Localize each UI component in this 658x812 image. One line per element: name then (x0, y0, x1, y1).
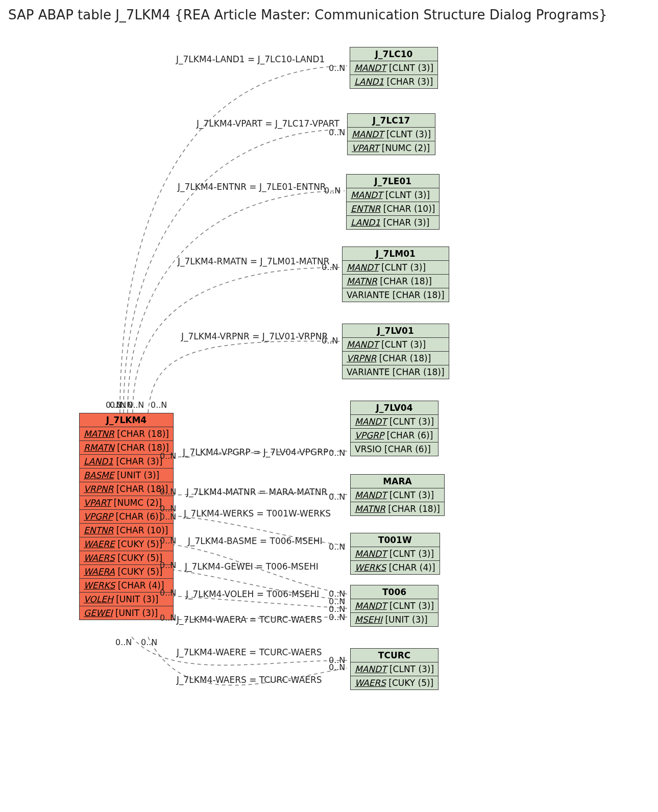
relation-label: J_7LKM4-BASME = T006-MSEHI (188, 536, 322, 546)
relation-label: J_7LKM4-VRPNR = J_7LV01-VRPNR (181, 331, 328, 341)
table-header: J_7LM01 (343, 247, 449, 261)
cardinality-right: 0..N (329, 612, 345, 622)
cardinality-left: 0..N (141, 637, 157, 647)
relation-label: J_7LKM4-MATNR = MARA-MATNR (186, 487, 327, 497)
cardinality-right: 0..N (324, 186, 340, 195)
table-j_7lc10: J_7LC10MANDT [CLNT (3)]LAND1 [CHAR (3)] (350, 47, 438, 89)
table-row: LAND1 [CHAR (3)] (350, 75, 437, 88)
table-row: MANDT [CLNT (3)] (351, 488, 444, 502)
table-row: MANDT [CLNT (3)] (343, 261, 449, 275)
cardinality-left: 0..N (160, 560, 176, 570)
table-row: WAERE [CUKY (5)] (80, 537, 173, 551)
relation-label: J_7LKM4-ENTNR = J_7LE01-ENTNR (178, 182, 326, 192)
table-header: J_7LC17 (348, 114, 435, 128)
diagram-canvas: J_7LKM4 MATNR [CHAR (18)] RMATN [CHAR (1… (5, 28, 653, 812)
table-row: MATNR [CHAR (18)] (343, 275, 449, 288)
table-row: MSEHI [UNIT (3)] (351, 613, 438, 626)
table-row: ENTNR [CHAR (10)] (347, 202, 439, 216)
cardinality-left: 0..N (160, 451, 176, 461)
cardinality-left: 0..N (160, 487, 176, 497)
table-row: WERKS [CHAR (4)] (351, 561, 440, 574)
table-j_7lc17: J_7LC17MANDT [CLNT (3)]VPART [NUMC (2)] (347, 113, 435, 155)
table-header: J_7LC10 (350, 47, 437, 61)
cardinality-right: 0..N (322, 262, 338, 272)
table-row: MANDT [CLNT (3)] (348, 128, 435, 141)
table-row: MANDT [CLNT (3)] (351, 662, 438, 676)
table-row: MANDT [CLNT (3)] (351, 415, 438, 429)
relation-label: J_7LKM4-VPART = J_7LC17-VPART (197, 118, 339, 129)
table-header: MARA (351, 475, 444, 488)
table-row: VRPNR [CHAR (18)] (343, 352, 449, 365)
table-row: GEWEI [UNIT (3)] (80, 606, 173, 620)
cardinality-left: 0..N (151, 400, 167, 410)
table-j_7le01: J_7LE01MANDT [CLNT (3)]ENTNR [CHAR (10)]… (346, 174, 440, 230)
relation-label: J_7LKM4-VPGRP = J_7LV04-VPGRP (183, 447, 328, 457)
table-j_7lm01: J_7LM01MANDT [CLNT (3)]MATNR [CHAR (18)]… (342, 247, 449, 302)
cardinality-right: 0..N (329, 492, 345, 502)
relation-label: J_7LKM4-VOLEH = T006-MSEHI (186, 589, 319, 599)
cardinality-left: 0..N (115, 637, 132, 647)
table-row: WAERS [CUKY (5)] (351, 676, 438, 690)
relation-label: J_7LKM4-WAERA = TCURC-WAERS (177, 614, 322, 625)
table-row: WAERS [CUKY (5)] (80, 551, 173, 565)
table-header: J_7LE01 (347, 175, 439, 188)
table-row: WERKS [CHAR (4)] (80, 579, 173, 593)
table-row: MANDT [CLNT (3)] (351, 547, 440, 561)
cardinality-left: 0..N (160, 512, 176, 522)
cardinality-right: 0..N (329, 542, 345, 552)
table-row: RMATN [CHAR (18)] (80, 441, 173, 455)
table-row: VPGRP [CHAR (6)] (351, 429, 438, 442)
cardinality-right: 0..N (329, 662, 345, 672)
table-row: MANDT [CLNT (3)] (347, 188, 439, 202)
table-row: VRPNR [CHAR (18)] (80, 482, 173, 496)
table-t006: T006MANDT [CLNT (3)]MSEHI [UNIT (3)] (350, 585, 438, 627)
relation-label: J_7LKM4-RMATN = J_7LM01-MATNR (178, 256, 330, 266)
cardinality-right: 0..N (329, 128, 345, 137)
cardinality-right: 0..N (329, 63, 345, 73)
table-row: MATNR [CHAR (18)] (80, 427, 173, 441)
table-t001w: T001WMANDT [CLNT (3)]WERKS [CHAR (4)] (350, 533, 440, 575)
table-row: VOLEH [UNIT (3)] (80, 593, 173, 606)
relation-label: J_7LKM4-WAERS = TCURC-WAERS (177, 675, 322, 685)
cardinality-left: 0..N (160, 588, 176, 598)
table-row: MANDT [CLNT (3)] (350, 61, 437, 75)
table-row: VPART [NUMC (2)] (80, 496, 173, 510)
relation-label: J_7LKM4-LAND1 = J_7LC10-LAND1 (176, 54, 325, 64)
table-j_7lv01: J_7LV01MANDT [CLNT (3)]VRPNR [CHAR (18)]… (342, 324, 449, 379)
table-row: VARIANTE [CHAR (18)] (343, 288, 449, 302)
table-header: J_7LV01 (343, 324, 449, 338)
table-row: ENTNR [CHAR (10)] (80, 524, 173, 537)
table-row: LAND1 [CHAR (3)] (80, 455, 173, 469)
table-row: MANDT [CLNT (3)] (351, 599, 438, 613)
cardinality-left: 0..N (128, 400, 144, 410)
table-row: VRSIO [CHAR (6)] (351, 442, 438, 456)
table-row: VPART [NUMC (2)] (348, 141, 435, 155)
table-row: BASME [UNIT (3)] (80, 469, 173, 482)
table-row: MANDT [CLNT (3)] (343, 338, 449, 352)
cardinality-left: 0..N (160, 613, 176, 623)
table-row: VARIANTE [CHAR (18)] (343, 365, 449, 379)
table-tcurc: TCURCMANDT [CLNT (3)]WAERS [CUKY (5)] (350, 648, 438, 690)
table-header: TCURC (351, 649, 438, 662)
relation-label: J_7LKM4-WAERE = TCURC-WAERS (177, 647, 322, 657)
relation-label: J_7LKM4-WERKS = T001W-WERKS (184, 508, 331, 519)
table-header: J_7LV04 (351, 401, 438, 415)
table-j_7lv04: J_7LV04MANDT [CLNT (3)]VPGRP [CHAR (6)]V… (350, 401, 438, 456)
table-row: VPGRP [CHAR (6)] (80, 510, 173, 524)
table-header: J_7LKM4 (80, 413, 173, 427)
table-row: MATNR [CHAR (18)] (351, 502, 444, 515)
table-row: WAERA [CUKY (5)] (80, 565, 173, 579)
table-row: LAND1 [CHAR (3)] (347, 216, 439, 229)
cardinality-left: 0..N (160, 536, 176, 546)
table-header: T006 (351, 585, 438, 599)
page-title: SAP ABAP table J_7LKM4 {REA Article Mast… (8, 7, 658, 22)
cardinality-right: 0..N (322, 336, 338, 346)
table-header: T001W (351, 533, 440, 547)
table-mara: MARAMANDT [CLNT (3)]MATNR [CHAR (18)] (350, 474, 445, 516)
relation-label: J_7LKM4-GEWEI = T006-MSEHI (185, 561, 319, 572)
cardinality-right: 0..N (329, 448, 345, 458)
